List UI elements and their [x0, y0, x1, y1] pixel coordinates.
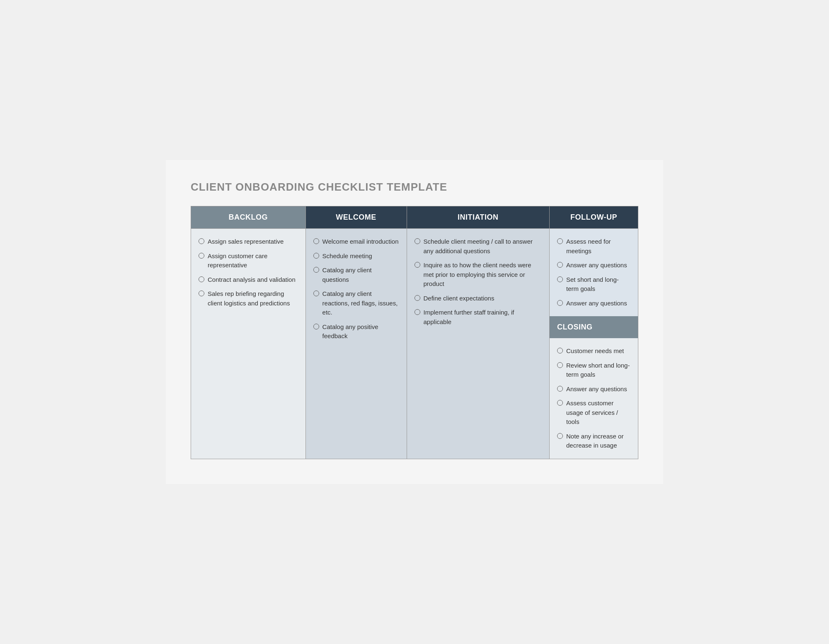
list-item: Contract analysis and validation [199, 275, 298, 285]
list-item: Implement further staff training, if app… [414, 308, 542, 327]
item-text: Assess customer usage of services / tool… [566, 399, 630, 427]
list-item: Catalog any client questions [313, 266, 399, 284]
list-item: Schedule client meeting / call to answer… [414, 237, 542, 256]
list-item: Assess customer usage of services / tool… [557, 399, 630, 427]
item-text: Assign customer care representative [208, 252, 298, 270]
list-item: Catalog any positive feedback [313, 322, 399, 341]
list-item: Inquire as to how the client needs were … [414, 261, 542, 289]
bullet-icon [414, 309, 420, 315]
bullet-icon [557, 300, 563, 306]
list-item: Note any increase or decrease in usage [557, 432, 630, 450]
bullet-icon [414, 295, 420, 301]
bullet-icon [313, 238, 319, 244]
page-container: CLIENT ONBOARDING CHECKLIST TEMPLATE BAC… [166, 160, 663, 484]
bullet-icon [199, 253, 204, 259]
header-initiation: INITIATION [407, 206, 549, 229]
bullet-icon [557, 238, 563, 244]
item-text: Assign sales representative [208, 237, 298, 247]
item-text: Assess need for meetings [566, 237, 630, 256]
bullet-icon [557, 262, 563, 268]
item-text: Customer needs met [566, 346, 630, 356]
bullet-icon [557, 276, 563, 282]
list-item: Sales rep briefing regarding client logi… [199, 289, 298, 308]
bullet-icon [557, 362, 563, 368]
item-text: Schedule meeting [322, 252, 399, 261]
checklist-table: BACKLOG WELCOME INITIATION FOLLOW-UP Ass… [191, 206, 638, 459]
item-text: Catalog any client reactions, red flags,… [322, 289, 399, 317]
list-item: Set short and long-term goals [557, 275, 630, 294]
list-item: Assign sales representative [199, 237, 298, 247]
list-item: Welcome email introduction [313, 237, 399, 247]
header-closing: CLOSING [550, 316, 638, 338]
list-item: Catalog any client reactions, red flags,… [313, 289, 399, 317]
list-item: Answer any questions [557, 299, 630, 308]
item-text: Sales rep briefing regarding client logi… [208, 289, 298, 308]
initiation-body: Schedule client meeting / call to answer… [407, 229, 549, 459]
list-item: Assess need for meetings [557, 237, 630, 256]
item-text: Schedule client meeting / call to answer… [424, 237, 542, 256]
item-text: Answer any questions [566, 299, 630, 308]
bullet-icon [557, 386, 563, 392]
bullet-icon [199, 276, 204, 282]
item-text: Contract analysis and validation [208, 275, 298, 285]
bullet-icon [557, 400, 563, 406]
bullet-icon [414, 238, 420, 244]
item-text: Note any increase or decrease in usage [566, 432, 630, 450]
item-text: Catalog any positive feedback [322, 322, 399, 341]
bullet-icon [199, 291, 204, 296]
closing-header-text: CLOSING [557, 323, 593, 331]
item-text: Welcome email introduction [322, 237, 399, 247]
list-item: Review short and long-term goals [557, 361, 630, 380]
list-item: Define client expectations [414, 294, 542, 303]
bullet-icon [557, 348, 563, 353]
item-text: Catalog any client questions [322, 266, 399, 284]
bullet-icon [414, 262, 420, 268]
backlog-body: Assign sales representative Assign custo… [191, 229, 306, 459]
page-title: CLIENT ONBOARDING CHECKLIST TEMPLATE [191, 181, 638, 194]
closing-section: Customer needs met Review short and long… [550, 338, 638, 459]
item-text: Inquire as to how the client needs were … [424, 261, 542, 289]
header-welcome: WELCOME [305, 206, 407, 229]
item-text: Implement further staff training, if app… [424, 308, 542, 327]
item-text: Review short and long-term goals [566, 361, 630, 380]
list-item: Customer needs met [557, 346, 630, 356]
list-item: Answer any questions [557, 261, 630, 270]
bullet-icon [313, 291, 319, 296]
item-text: Answer any questions [566, 261, 630, 270]
header-followup: FOLLOW-UP [549, 206, 638, 229]
followup-section: Assess need for meetings Answer any ques… [550, 229, 638, 316]
bullet-icon [313, 267, 319, 273]
bullet-icon [313, 324, 319, 329]
followup-closing-cell: Assess need for meetings Answer any ques… [549, 229, 638, 459]
bullet-icon [313, 253, 319, 259]
bullet-icon [199, 238, 204, 244]
item-text: Answer any questions [566, 385, 630, 394]
item-text: Set short and long-term goals [566, 275, 630, 294]
bullet-icon [557, 433, 563, 439]
header-backlog: BACKLOG [191, 206, 306, 229]
list-item: Answer any questions [557, 385, 630, 394]
list-item: Assign customer care representative [199, 252, 298, 270]
item-text: Define client expectations [424, 294, 542, 303]
list-item: Schedule meeting [313, 252, 399, 261]
welcome-body: Welcome email introduction Schedule meet… [305, 229, 407, 459]
